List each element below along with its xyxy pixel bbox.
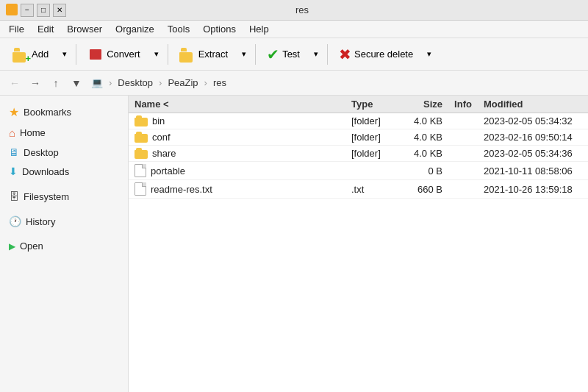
file-name: conf bbox=[152, 132, 171, 143]
file-size: 4.0 KB bbox=[404, 148, 448, 159]
menu-edit[interactable]: Edit bbox=[32, 22, 60, 36]
add-button[interactable]: + Add bbox=[6, 42, 55, 67]
col-size-header[interactable]: Size bbox=[404, 99, 448, 110]
table-row[interactable]: portable 0 B 2021-10-11 08:58:06 bbox=[129, 162, 588, 180]
secure-delete-dropdown[interactable]: ▾ bbox=[423, 42, 436, 67]
sidebar-item-open[interactable]: ▶ Open bbox=[3, 237, 125, 255]
titlebar: − □ ✕ res bbox=[0, 0, 588, 21]
secure-delete-button[interactable]: ✖ Secure delete bbox=[332, 42, 420, 67]
main-area: ★ Bookmarks ⌂ Home 🖥 Desktop ⬇ Downloads… bbox=[0, 96, 588, 392]
close-button[interactable]: ✕ bbox=[53, 4, 66, 17]
sidebar-filesystem-label: Filesystem bbox=[24, 191, 69, 202]
titlebar-controls: − □ ✕ bbox=[6, 4, 66, 17]
menu-help[interactable]: Help bbox=[243, 22, 275, 36]
col-info-header[interactable]: Info bbox=[448, 99, 478, 110]
file-name: readme-res.txt bbox=[151, 184, 212, 195]
folder-icon bbox=[135, 115, 148, 126]
file-list: Name < Type Size Info Modified bin [fold… bbox=[129, 96, 588, 392]
desktop-breadcrumb[interactable]: Desktop bbox=[115, 76, 156, 90]
table-row[interactable]: bin [folder] 4.0 KB 2023-02-05 05:34:32 bbox=[129, 113, 588, 129]
sidebar-bookmarks-label: Bookmarks bbox=[24, 107, 71, 118]
delete-icon: ✖ bbox=[339, 46, 351, 63]
sep3 bbox=[255, 44, 256, 65]
sidebar-history-label: History bbox=[26, 216, 55, 227]
extract-dropdown[interactable]: ▾ bbox=[237, 42, 251, 67]
history-icon: 🕐 bbox=[9, 215, 21, 227]
dropdown-button[interactable]: ▼ bbox=[68, 74, 85, 92]
menu-tools[interactable]: Tools bbox=[162, 22, 196, 36]
col-modified-header[interactable]: Modified bbox=[478, 99, 588, 110]
filelist-header: Name < Type Size Info Modified bbox=[129, 96, 588, 113]
test-icon: ✔ bbox=[267, 46, 279, 63]
convert-icon bbox=[87, 46, 104, 63]
col-name-header[interactable]: Name < bbox=[129, 99, 345, 110]
sidebar-desktop-label: Desktop bbox=[24, 147, 59, 158]
file-name: portable bbox=[151, 165, 185, 177]
file-type: [folder] bbox=[345, 148, 404, 159]
folder-icon bbox=[135, 132, 148, 143]
file-size: 4.0 KB bbox=[404, 132, 448, 143]
add-dropdown[interactable]: ▾ bbox=[58, 42, 71, 67]
back-button[interactable]: ← bbox=[6, 74, 24, 92]
menubar: File Edit Browser Organize Tools Options… bbox=[0, 21, 588, 38]
extract-label: Extract bbox=[198, 49, 228, 60]
sidebar-item-history[interactable]: 🕐 History bbox=[3, 212, 125, 231]
file-modified: 2021-10-26 13:59:18 bbox=[478, 184, 588, 195]
file-icon bbox=[135, 182, 146, 196]
titlebar-left: − □ ✕ bbox=[6, 4, 66, 17]
sidebar-item-downloads[interactable]: ⬇ Downloads bbox=[3, 162, 125, 181]
table-row[interactable]: share [folder] 4.0 KB 2023-02-05 05:34:3… bbox=[129, 146, 588, 162]
test-label: Test bbox=[282, 49, 300, 60]
sidebar-open-label: Open bbox=[20, 240, 43, 252]
toolbar: + Add ▾ Convert ▾ Extract ▾ ✔ Test ▾ ✖ S… bbox=[0, 38, 588, 71]
sidebar-item-home[interactable]: ⌂ Home bbox=[3, 123, 125, 143]
sidebar-item-bookmarks[interactable]: ★ Bookmarks bbox=[3, 101, 125, 123]
breadcrumb: 💻 › Desktop › PeaZip › res bbox=[88, 76, 229, 90]
add-label: Add bbox=[32, 49, 49, 60]
table-row[interactable]: conf [folder] 4.0 KB 2023-02-16 09:50:14 bbox=[129, 129, 588, 146]
computer-breadcrumb[interactable]: 💻 bbox=[88, 76, 106, 90]
menu-organize[interactable]: Organize bbox=[110, 22, 160, 36]
sidebar-home-label: Home bbox=[20, 127, 46, 138]
peazip-breadcrumb[interactable]: PeaZip bbox=[165, 76, 201, 90]
forward-button[interactable]: → bbox=[26, 74, 44, 92]
sidebar-item-desktop[interactable]: 🖥 Desktop bbox=[3, 143, 125, 162]
test-button[interactable]: ✔ Test bbox=[260, 42, 306, 67]
file-modified: 2021-10-11 08:58:06 bbox=[478, 165, 588, 177]
secure-delete-label: Secure delete bbox=[354, 49, 413, 60]
folder-icon bbox=[135, 148, 148, 159]
col-type-header[interactable]: Type bbox=[345, 99, 404, 110]
extract-icon bbox=[179, 46, 196, 63]
menu-browser[interactable]: Browser bbox=[61, 22, 108, 36]
file-name: bin bbox=[152, 115, 165, 126]
minimize-button[interactable]: − bbox=[21, 4, 34, 17]
maximize-button[interactable]: □ bbox=[37, 4, 50, 17]
open-icon: ▶ bbox=[9, 241, 15, 252]
file-type: [folder] bbox=[345, 115, 404, 126]
file-size: 660 B bbox=[404, 184, 448, 195]
sidebar-item-filesystem[interactable]: 🗄 Filesystem bbox=[3, 187, 125, 206]
sep1 bbox=[76, 44, 76, 65]
file-name: share bbox=[152, 148, 176, 159]
star-icon: ★ bbox=[9, 105, 19, 119]
menu-file[interactable]: File bbox=[3, 22, 30, 36]
convert-label: Convert bbox=[107, 49, 140, 60]
convert-button[interactable]: Convert bbox=[81, 42, 147, 67]
filesystem-icon: 🗄 bbox=[9, 190, 19, 202]
file-type: .txt bbox=[345, 184, 404, 195]
table-row[interactable]: readme-res.txt .txt 660 B 2021-10-26 13:… bbox=[129, 180, 588, 199]
add-icon: + bbox=[12, 46, 29, 63]
file-size: 0 B bbox=[404, 165, 448, 177]
res-breadcrumb[interactable]: res bbox=[210, 76, 229, 90]
file-modified: 2023-02-05 05:34:36 bbox=[478, 148, 588, 159]
test-dropdown[interactable]: ▾ bbox=[309, 42, 323, 67]
sep2 bbox=[168, 44, 168, 65]
up-button[interactable]: ↑ bbox=[47, 74, 65, 92]
sep4 bbox=[327, 44, 328, 65]
downloads-icon: ⬇ bbox=[9, 165, 18, 177]
file-modified: 2023-02-05 05:34:32 bbox=[478, 115, 588, 126]
extract-button[interactable]: Extract bbox=[173, 42, 234, 67]
convert-dropdown[interactable]: ▾ bbox=[150, 42, 163, 67]
menu-options[interactable]: Options bbox=[197, 22, 242, 36]
desktop-icon: 🖥 bbox=[9, 146, 19, 158]
